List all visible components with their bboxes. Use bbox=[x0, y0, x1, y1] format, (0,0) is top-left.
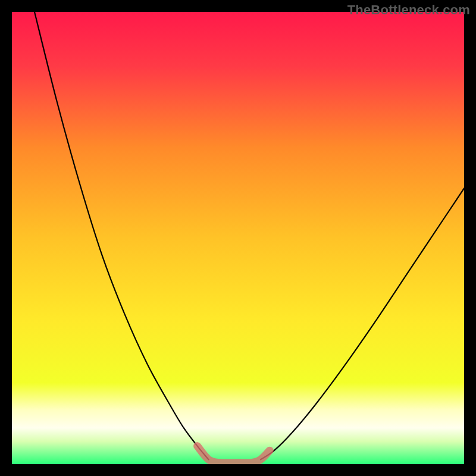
watermark-label: TheBottleneck.com bbox=[347, 2, 470, 18]
bottleneck-chart bbox=[12, 12, 464, 464]
chart-container: TheBottleneck.com bbox=[0, 0, 476, 476]
gradient-background bbox=[12, 12, 464, 464]
